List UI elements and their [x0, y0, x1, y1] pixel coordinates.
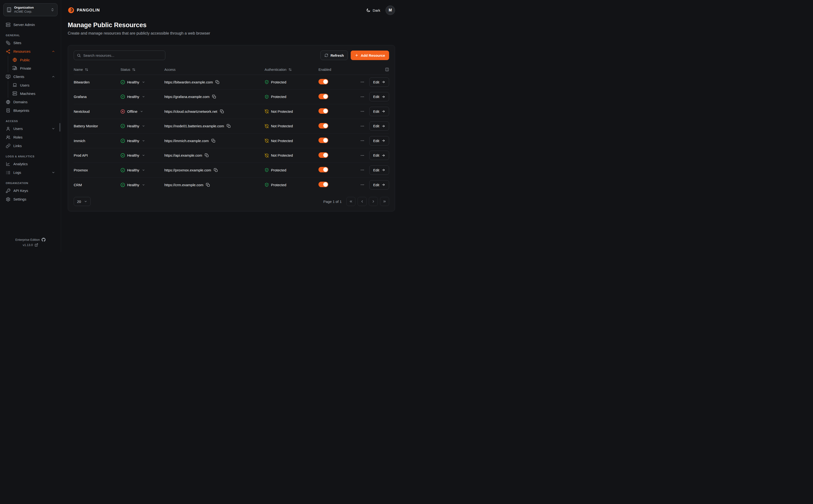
refresh-button[interactable]: Refresh [320, 51, 348, 60]
avatar[interactable]: M [385, 5, 395, 15]
search-input[interactable] [83, 53, 162, 57]
copy-url-button[interactable] [211, 139, 215, 143]
circle-check-icon [120, 153, 125, 158]
copy-url-button[interactable] [215, 80, 219, 84]
sidebar-item-analytics[interactable]: Analytics [3, 160, 57, 168]
sort-icon[interactable] [288, 68, 292, 71]
copy-url-button[interactable] [227, 124, 231, 128]
resource-name: Grafana [74, 95, 119, 99]
sidebar-item-domains[interactable]: Domains [3, 98, 57, 106]
sidebar-item-settings[interactable]: Settings [3, 195, 57, 204]
theme-toggle[interactable]: Dark [366, 8, 380, 13]
edit-button[interactable]: Edit [369, 121, 389, 131]
table-row: Grafana Healthy https://grafana.example.… [74, 90, 389, 104]
status-dropdown[interactable]: Healthy [120, 139, 162, 143]
arrow-right-icon [381, 109, 385, 113]
pangolin-logo-icon [68, 7, 74, 14]
enabled-toggle[interactable] [318, 108, 328, 114]
sidebar-item-public[interactable]: Public [10, 56, 57, 64]
edit-button[interactable]: Edit [369, 92, 389, 101]
next-page-button[interactable] [369, 197, 378, 206]
external-link-icon[interactable] [35, 243, 38, 247]
sidebar-item-clients[interactable]: Clients [3, 72, 57, 81]
sidebar-scrollbar[interactable] [59, 123, 60, 132]
chevron-right-icon [371, 200, 375, 203]
last-page-button[interactable] [380, 197, 389, 206]
github-icon[interactable] [41, 238, 46, 242]
sidebar-item-private[interactable]: Private [10, 64, 57, 72]
copy-url-button[interactable] [206, 183, 210, 187]
status-dropdown[interactable]: Healthy [120, 183, 162, 187]
copy-icon [227, 124, 231, 128]
edit-button[interactable]: Edit [369, 77, 389, 87]
sidebar-item-logs[interactable]: Logs [3, 168, 57, 177]
copy-url-button[interactable] [212, 95, 216, 99]
status-dropdown[interactable]: Healthy [120, 124, 162, 128]
status-dropdown[interactable]: Offline [120, 109, 162, 114]
status-dropdown[interactable]: Healthy [120, 168, 162, 172]
chevron-up-icon [52, 75, 55, 78]
sort-icon[interactable] [132, 68, 135, 71]
status-dropdown[interactable]: Healthy [120, 80, 162, 84]
row-menu-button[interactable] [359, 152, 365, 159]
edit-button[interactable]: Edit [369, 165, 389, 175]
sidebar-item-blueprints[interactable]: Blueprints [3, 106, 57, 115]
enabled-toggle[interactable] [318, 167, 328, 172]
copy-url-button[interactable] [220, 109, 224, 113]
sidebar-item-client-users[interactable]: Users [10, 81, 57, 89]
org-selector[interactable]: Organization ACME Corp. [3, 3, 57, 16]
add-resource-button[interactable]: Add Resource [351, 51, 389, 60]
edit-button[interactable]: Edit [369, 180, 389, 190]
theme-label: Dark [372, 8, 380, 12]
enabled-toggle[interactable] [318, 138, 328, 143]
shield-check-icon [264, 168, 269, 172]
status-dropdown[interactable]: Healthy [120, 153, 162, 158]
row-menu-button[interactable] [359, 79, 365, 85]
sidebar-item-links[interactable]: Links [3, 142, 57, 150]
first-page-button[interactable] [346, 197, 355, 206]
shield-off-icon [264, 153, 269, 158]
sidebar-item-machines[interactable]: Machines [10, 89, 57, 98]
row-menu-button[interactable] [359, 108, 365, 114]
enabled-toggle[interactable] [318, 182, 328, 187]
page-size-select[interactable]: 20 [74, 197, 91, 206]
sidebar-item-users[interactable]: Users [3, 124, 57, 133]
circle-check-icon [120, 168, 125, 172]
resource-url: https://api.example.com [164, 153, 202, 157]
enabled-toggle[interactable] [318, 79, 328, 84]
resources-card: Refresh Add Resource Name [68, 45, 395, 211]
arrow-right-icon [381, 95, 385, 99]
circle-check-icon [120, 139, 125, 143]
copy-url-button[interactable] [205, 153, 209, 157]
enabled-toggle[interactable] [318, 152, 328, 158]
row-menu-button[interactable] [359, 182, 365, 188]
row-menu-button[interactable] [359, 94, 365, 100]
sidebar-item-resources[interactable]: Resources [3, 47, 57, 56]
row-menu-button[interactable] [359, 123, 365, 129]
status-dropdown[interactable]: Healthy [120, 94, 162, 99]
arrow-right-icon [381, 139, 385, 143]
edit-button[interactable]: Edit [369, 107, 389, 116]
chevron-down-icon [142, 95, 145, 98]
row-menu-button[interactable] [359, 167, 365, 173]
sidebar-item-api-keys[interactable]: API Keys [3, 186, 57, 195]
column-header-authentication: Authentication [264, 68, 316, 72]
sidebar-item-roles[interactable]: Roles [3, 133, 57, 142]
edit-button[interactable]: Edit [369, 151, 389, 160]
columns-icon[interactable] [385, 67, 389, 72]
enabled-toggle[interactable] [318, 123, 328, 129]
chevrons-up-down-icon [51, 8, 54, 12]
column-header-access: Access [164, 68, 263, 72]
sidebar-item-sites[interactable]: Sites [3, 39, 57, 47]
brand[interactable]: PANGOLIN [68, 7, 100, 14]
sort-icon[interactable] [85, 68, 88, 71]
edit-button[interactable]: Edit [369, 136, 389, 145]
receipt-icon [6, 108, 10, 113]
enabled-toggle[interactable] [318, 94, 328, 99]
ellipsis-icon [360, 95, 364, 99]
prev-page-button[interactable] [357, 197, 367, 206]
version-label: v1.13.0 [23, 243, 33, 247]
row-menu-button[interactable] [359, 138, 365, 144]
sidebar-item-server-admin[interactable]: Server Admin [3, 21, 57, 29]
copy-url-button[interactable] [214, 168, 218, 172]
